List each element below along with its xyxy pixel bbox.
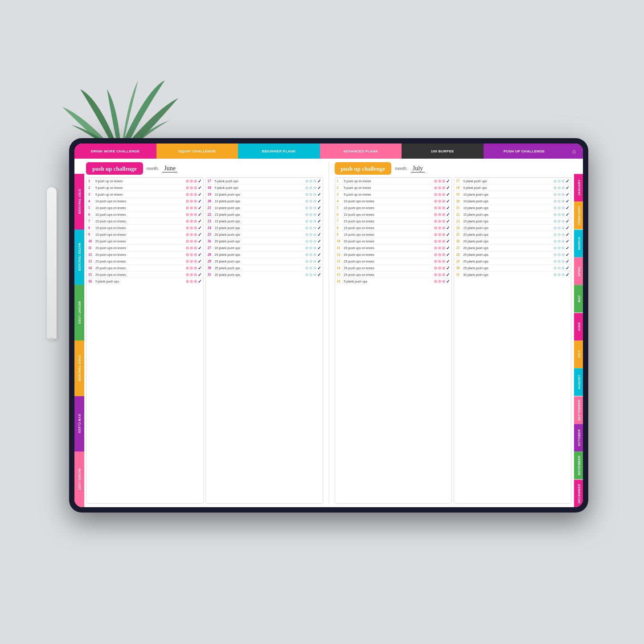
stylus bbox=[47, 187, 57, 339]
july-row-7: 7 15 push ups on knees ✓ bbox=[335, 218, 452, 225]
july-left-col: 1 5 push up on knees ✓ 2 5 push up on kn… bbox=[335, 177, 452, 504]
july-row-3: 3 5 push up on knees ✓ bbox=[335, 191, 452, 198]
july-row-9: 9 15 push ups on knees ✓ bbox=[335, 231, 452, 238]
left-tab-inches[interactable]: INCHES LOST bbox=[74, 451, 84, 507]
right-tab-jul[interactable]: JULY bbox=[574, 340, 583, 368]
july-row-4: 4 10 push ups on knees ✓ bbox=[335, 198, 452, 205]
june-row-4: 4 10 push ups on knees ✓ bbox=[86, 198, 203, 205]
nav-drink-more[interactable]: DRINK MORE CHALLENGE bbox=[74, 144, 156, 159]
left-tab-weight[interactable]: WEIGHT LOSS bbox=[74, 285, 84, 340]
nav-home-button[interactable]: ⌂ bbox=[565, 144, 583, 159]
tablet-screen: DRINK MORE CHALLENGE SQUAT CHALLENGE BEG… bbox=[74, 144, 583, 507]
june-row-20: 20 10 plank push ups ✓ bbox=[206, 198, 323, 205]
july-row-25: 25 20 plank push ups ✓ bbox=[454, 231, 571, 238]
july-row-28: 28 25 plank push ups ✓ bbox=[454, 251, 571, 258]
june-row-26: 26 20 plank push ups ✓ bbox=[206, 238, 323, 245]
july-row-26: 26 20 plank push ups ✓ bbox=[454, 238, 571, 245]
june-row-13: 13 25 push ups on knees ✓ bbox=[86, 258, 203, 265]
july-row-19: 19 10 plank push ups ✓ bbox=[454, 191, 571, 198]
june-row-5: 5 10 push ups on knees ✓ bbox=[86, 205, 203, 211]
july-row-16: 16 5 plank push ups ✓ bbox=[335, 278, 452, 284]
june-row-11: 11 20 push ups on knees ✓ bbox=[86, 245, 203, 251]
june-panel: push up challenge month: June 1 5 p bbox=[86, 162, 323, 504]
june-row-28: 28 25 plank push ups ✓ bbox=[206, 251, 323, 258]
july-row-2: 2 5 push up on knees ✓ bbox=[335, 185, 452, 191]
june-row-8: 8 15 push ups on knees ✓ bbox=[86, 225, 203, 231]
june-row-1: 1 5 push up on knees ✓ bbox=[86, 178, 203, 185]
july-row-11: 11 20 push ups on knees ✓ bbox=[335, 245, 452, 251]
july-row-22: 22 15 plank push ups ✓ bbox=[454, 211, 571, 218]
june-row-29: 29 25 plank push ups ✓ bbox=[206, 258, 323, 265]
july-row-15: 15 25 push ups on knees ✓ bbox=[335, 271, 452, 278]
july-row-10: 10 20 push ups on knees ✓ bbox=[335, 238, 452, 245]
left-tab-step[interactable]: STEP TRACKER bbox=[74, 174, 84, 230]
right-tab-jun[interactable]: JUNE bbox=[574, 313, 583, 340]
june-row-31: 31 30 plank push ups ✓ bbox=[206, 271, 323, 278]
right-tab-aug[interactable]: AUGUST bbox=[574, 368, 583, 396]
july-banner: push up challenge bbox=[335, 162, 392, 175]
right-tab-dec[interactable]: DECEMBER bbox=[574, 480, 583, 507]
june-row-9: 9 15 push ups on knees ✓ bbox=[86, 231, 203, 238]
june-row-27: 27 20 plank push ups ✓ bbox=[206, 245, 323, 251]
june-row-24: 24 15 plank push ups ✓ bbox=[206, 225, 323, 231]
july-row-21: 21 10 plank push ups ✓ bbox=[454, 205, 571, 211]
nav-pushup[interactable]: PUSH UP CHALLENGE bbox=[484, 144, 566, 159]
june-row-30: 30 25 plank push ups ✓ bbox=[206, 265, 323, 271]
june-row-3: 3 5 push up on knees ✓ bbox=[86, 191, 203, 198]
right-tab-jan[interactable]: JANUARY bbox=[574, 174, 583, 201]
right-tab-may[interactable]: MAY bbox=[574, 285, 583, 312]
july-row-20: 20 10 plank push ups ✓ bbox=[454, 198, 571, 205]
july-row-23: 23 15 plank push ups ✓ bbox=[454, 218, 571, 225]
june-left-col: 1 5 push up on knees ✓ 2 5 push up on kn… bbox=[86, 177, 204, 504]
left-tab-food[interactable]: FOOD TRACKER bbox=[74, 340, 84, 396]
june-row-23: 23 15 plank push ups ✓ bbox=[206, 218, 323, 225]
nav-burpee[interactable]: 100 BURPEE bbox=[402, 144, 484, 159]
june-right-col: 17 5 plank push ups ✓ 18 5 plank push up… bbox=[205, 177, 323, 504]
right-tab-feb[interactable]: FEBRUARY bbox=[574, 201, 583, 229]
june-row-25: 25 20 plank push ups ✓ bbox=[206, 231, 323, 238]
july-row-13: 13 25 push ups on knees ✓ bbox=[335, 258, 452, 265]
nav-squat[interactable]: SQUAT CHALLENGE bbox=[156, 144, 238, 159]
june-row-6: 6 10 push ups on knees ✓ bbox=[86, 211, 203, 218]
july-row-8: 8 15 push ups on knees ✓ bbox=[335, 225, 452, 231]
right-tab-oct[interactable]: OCTOBER bbox=[574, 424, 583, 451]
july-row-27: 27 20 plank push ups ✓ bbox=[454, 245, 571, 251]
july-row-12: 12 20 push ups on knees ✓ bbox=[335, 251, 452, 258]
nav-advanced-plank[interactable]: ADVANCED PLANK bbox=[320, 144, 402, 159]
right-tabs: JANUARY FEBRUARY MARCH APRIL MAY bbox=[574, 174, 583, 507]
june-row-19: 19 10 plank push ups ✓ bbox=[206, 191, 323, 198]
left-tabs: STEP TRACKER WATER TRACKER WEIGHT LOSS F… bbox=[74, 174, 84, 507]
scene: DRINK MORE CHALLENGE SQUAT CHALLENGE BEG… bbox=[0, 0, 644, 644]
june-row-15: 15 25 push ups on knees ✓ bbox=[86, 271, 203, 278]
top-nav: DRINK MORE CHALLENGE SQUAT CHALLENGE BEG… bbox=[74, 144, 583, 159]
june-banner: push up challenge bbox=[86, 162, 143, 175]
july-row-6: 6 10 push ups on knees ✓ bbox=[335, 211, 452, 218]
june-row-2: 2 5 push up on knees ✓ bbox=[86, 185, 203, 191]
july-row-30: 30 25 plank push ups ✓ bbox=[454, 265, 571, 271]
left-tab-gym[interactable]: GYM CLASS bbox=[74, 396, 84, 452]
july-row-18: 18 5 plank push ups ✓ bbox=[454, 185, 571, 191]
nav-beginner-plank[interactable]: BEGINNER PLANK bbox=[238, 144, 320, 159]
right-tab-mar[interactable]: MARCH bbox=[574, 230, 583, 257]
july-row-14: 14 25 push ups on knees ✓ bbox=[335, 265, 452, 271]
june-row-17: 17 5 plank push ups ✓ bbox=[206, 178, 323, 185]
right-tab-nov[interactable]: NOVEMBER bbox=[574, 451, 583, 479]
july-row-29: 29 25 plank push ups ✓ bbox=[454, 258, 571, 265]
july-row-17: 17 5 plank push ups ✓ bbox=[454, 178, 571, 185]
june-row-7: 7 15 push ups on knees ✓ bbox=[86, 218, 203, 225]
panel-divider bbox=[328, 162, 329, 504]
june-row-12: 12 20 push ups on knees ✓ bbox=[86, 251, 203, 258]
july-row-5: 5 10 push ups on knees ✓ bbox=[335, 205, 452, 211]
right-tab-sep[interactable]: SEPTEMBER bbox=[574, 396, 583, 424]
july-row-31: 31 30 plank push ups ✓ bbox=[454, 271, 571, 278]
july-row-24: 24 15 plank push ups ✓ bbox=[454, 225, 571, 231]
june-row-22: 22 15 plank push ups ✓ bbox=[206, 211, 323, 218]
june-row-10: 10 20 push ups on knees ✓ bbox=[86, 238, 203, 245]
right-tab-apr[interactable]: APRIL bbox=[574, 257, 583, 285]
june-row-16: 16 5 plank push ups ✓ bbox=[86, 278, 203, 284]
july-panel: push up challenge month: July 1 5 p bbox=[335, 162, 572, 504]
left-tab-water[interactable]: WATER TRACKER bbox=[74, 230, 84, 285]
july-row-1: 1 5 push up on knees ✓ bbox=[335, 178, 452, 185]
tablet: DRINK MORE CHALLENGE SQUAT CHALLENGE BEG… bbox=[69, 138, 588, 513]
june-row-14: 14 25 push ups on knees ✓ bbox=[86, 265, 203, 271]
